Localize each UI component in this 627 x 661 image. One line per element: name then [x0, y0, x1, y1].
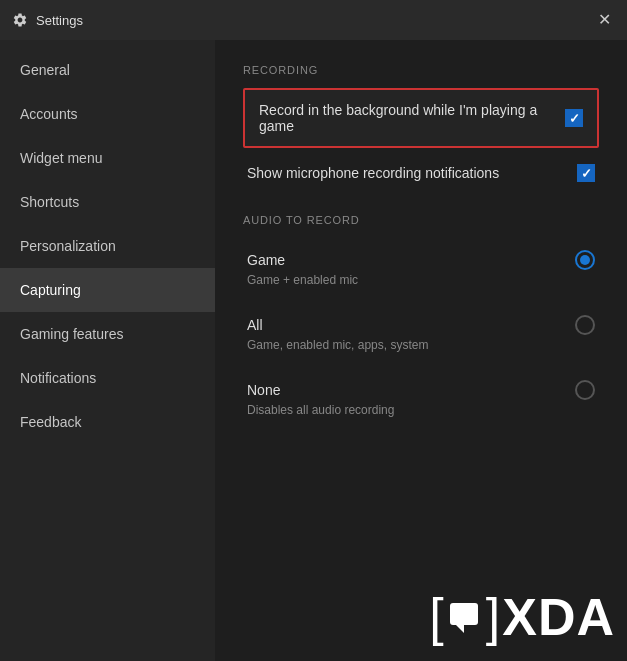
sidebar-item-personalization[interactable]: Personalization: [0, 224, 215, 268]
sidebar-label-notifications: Notifications: [20, 370, 96, 386]
sidebar: General Accounts Widget menu Shortcuts P…: [0, 40, 215, 661]
audio-option-game-header: Game: [247, 250, 595, 270]
audio-option-game-sub: Game + enabled mic: [247, 273, 595, 287]
audio-option-none-sub: Disables all audio recording: [247, 403, 595, 417]
window-title: Settings: [36, 13, 83, 28]
audio-option-none-title: None: [247, 382, 280, 398]
sidebar-item-widget-menu[interactable]: Widget menu: [0, 136, 215, 180]
speech-bubble-icon: [446, 599, 482, 635]
sidebar-label-personalization: Personalization: [20, 238, 116, 254]
sidebar-item-accounts[interactable]: Accounts: [0, 92, 215, 136]
content-area: General Accounts Widget menu Shortcuts P…: [0, 40, 627, 661]
main-content: RECORDING Record in the background while…: [215, 40, 627, 661]
sidebar-label-shortcuts: Shortcuts: [20, 194, 79, 210]
audio-option-all-sub: Game, enabled mic, apps, system: [247, 338, 595, 352]
audio-radio-game[interactable]: [575, 250, 595, 270]
show-mic-check-icon: ✓: [581, 167, 592, 180]
close-button[interactable]: ✕: [594, 8, 615, 32]
svg-marker-1: [456, 625, 464, 633]
record-bg-checkbox[interactable]: ✓: [565, 109, 583, 127]
sidebar-item-general[interactable]: General: [0, 48, 215, 92]
sidebar-item-feedback[interactable]: Feedback: [0, 400, 215, 444]
audio-option-game-title: Game: [247, 252, 285, 268]
audio-option-game[interactable]: Game Game + enabled mic: [243, 238, 599, 299]
audio-section-header: AUDIO TO RECORD: [243, 214, 599, 226]
audio-radio-all[interactable]: [575, 315, 595, 335]
xda-watermark: [ ] XDA: [429, 591, 615, 643]
sidebar-item-shortcuts[interactable]: Shortcuts: [0, 180, 215, 224]
record-bg-row: Record in the background while I'm playi…: [243, 88, 599, 148]
audio-section: AUDIO TO RECORD Game Game + enabled mic …: [243, 214, 599, 429]
sidebar-label-feedback: Feedback: [20, 414, 81, 430]
sidebar-item-gaming-features[interactable]: Gaming features: [0, 312, 215, 356]
audio-option-none[interactable]: None Disables all audio recording: [243, 368, 599, 429]
recording-section-header: RECORDING: [243, 64, 599, 76]
record-bg-label: Record in the background while I'm playi…: [259, 102, 565, 134]
xda-text: XDA: [502, 591, 615, 643]
show-mic-row: Show microphone recording notifications …: [243, 152, 599, 194]
audio-option-all-header: All: [247, 315, 595, 335]
sidebar-label-accounts: Accounts: [20, 106, 78, 122]
sidebar-label-widget-menu: Widget menu: [20, 150, 102, 166]
sidebar-label-capturing: Capturing: [20, 282, 81, 298]
titlebar: Settings ✕: [0, 0, 627, 40]
settings-window: Settings ✕ General Accounts Widget menu …: [0, 0, 627, 661]
xda-bracket-open: [: [429, 591, 441, 643]
xda-bracket-close: ]: [486, 591, 498, 643]
radio-inner-game: [580, 255, 590, 265]
xda-speech-bubble: [446, 599, 482, 635]
sidebar-label-general: General: [20, 62, 70, 78]
sidebar-label-gaming-features: Gaming features: [20, 326, 124, 342]
record-bg-check-icon: ✓: [569, 112, 580, 125]
titlebar-left: Settings: [12, 12, 83, 28]
audio-radio-none[interactable]: [575, 380, 595, 400]
show-mic-checkbox[interactable]: ✓: [577, 164, 595, 182]
sidebar-item-notifications[interactable]: Notifications: [0, 356, 215, 400]
show-mic-label: Show microphone recording notifications: [247, 165, 499, 181]
audio-option-none-header: None: [247, 380, 595, 400]
audio-option-all-title: All: [247, 317, 263, 333]
settings-icon: [12, 12, 28, 28]
audio-option-all[interactable]: All Game, enabled mic, apps, system: [243, 303, 599, 364]
svg-rect-0: [450, 603, 478, 625]
sidebar-item-capturing[interactable]: Capturing: [0, 268, 215, 312]
